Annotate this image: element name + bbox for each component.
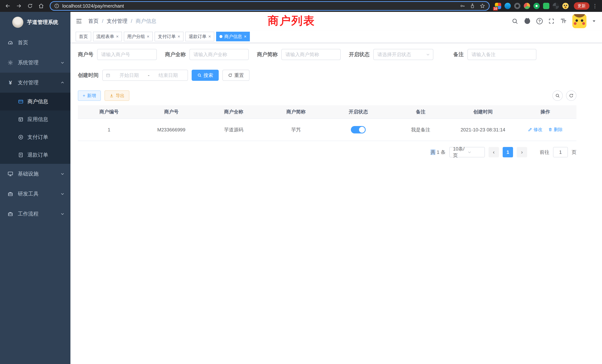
password-key-icon[interactable]	[460, 3, 465, 9]
active-tab-dot	[219, 35, 222, 38]
prev-page-button[interactable]: ‹	[489, 147, 499, 157]
col-merchant-id: 商户编号	[78, 105, 140, 119]
toggle-search-button[interactable]	[552, 90, 563, 101]
tab-merchant-info[interactable]: 商户信息 ×	[216, 32, 250, 41]
reset-button[interactable]: 重置	[222, 70, 249, 81]
filter-row-2: 创建时间 开始日期 - 结束日期	[78, 70, 576, 81]
status-select[interactable]: 请选择开启状态	[373, 49, 433, 60]
full-name-input[interactable]	[189, 49, 249, 60]
extension-icon-1[interactable]: 10	[495, 3, 501, 9]
chevron-down-icon	[426, 53, 430, 56]
sidebar-item-infrastructure[interactable]: 基础设施	[0, 164, 70, 184]
tab-pay-order[interactable]: 支付订单 ×	[155, 32, 183, 41]
tab-process-form[interactable]: 流程表单 ×	[93, 32, 122, 41]
close-icon[interactable]: ×	[147, 34, 149, 39]
breadcrumb-separator: /	[102, 18, 103, 24]
edit-link[interactable]: 修改	[528, 127, 542, 132]
browser-forward-button[interactable]	[14, 1, 24, 11]
pagination-total: 共 1 条	[430, 149, 446, 156]
merchant-no-input[interactable]	[97, 49, 157, 60]
end-date-input[interactable]: 结束日期	[152, 72, 185, 79]
export-button[interactable]: 导出	[105, 90, 129, 101]
goto-page-input[interactable]	[553, 147, 568, 157]
sidebar-item-pay-order[interactable]: 支付订单	[0, 128, 70, 146]
github-icon[interactable]	[524, 18, 531, 25]
sidebar-item-payment[interactable]: ¥ 支付管理	[0, 73, 70, 93]
font-size-icon[interactable]	[560, 18, 567, 24]
extension-icon-2[interactable]	[505, 3, 511, 9]
header-search-icon[interactable]	[512, 18, 518, 24]
close-icon[interactable]: ×	[178, 34, 180, 39]
merchant-no-label: 商户号	[78, 51, 93, 58]
sidebar-item-refund-order[interactable]: 退款订单	[0, 146, 70, 164]
share-icon[interactable]	[470, 3, 475, 9]
short-name-input[interactable]	[281, 49, 341, 60]
extension-icon-5[interactable]	[533, 3, 540, 9]
refresh-table-button[interactable]	[566, 90, 576, 101]
browser-back-button[interactable]	[3, 1, 13, 11]
address-bar[interactable]: localhost:1024/pay/merchant	[50, 1, 490, 11]
add-button[interactable]: + 新增	[78, 90, 101, 101]
search-icon	[555, 93, 560, 98]
status-toggle[interactable]	[351, 126, 366, 133]
fullscreen-icon[interactable]	[548, 18, 555, 24]
chevron-down-icon	[60, 212, 64, 216]
col-short-name: 商户简称	[265, 105, 327, 119]
close-icon[interactable]: ×	[244, 34, 247, 39]
user-avatar[interactable]	[572, 14, 586, 28]
browser-menu-icon[interactable]: ⋮	[591, 3, 599, 9]
reload-icon	[27, 3, 33, 9]
close-icon[interactable]: ×	[208, 34, 211, 39]
monitor-icon	[7, 171, 13, 177]
total-count: 1	[437, 149, 439, 155]
extension-icon-7[interactable]	[553, 3, 559, 9]
plus-icon: +	[83, 93, 85, 98]
sidebar-item-dev-tools[interactable]: 研发工具	[0, 184, 70, 204]
tab-refund-order[interactable]: 退款订单 ×	[185, 32, 214, 41]
page-1-button[interactable]: 1	[503, 147, 513, 157]
url-text[interactable]: localhost:1024/pay/merchant	[62, 3, 457, 9]
tab-user-group[interactable]: 用户分组 ×	[124, 32, 153, 41]
breadcrumb-home[interactable]: 首页	[88, 18, 99, 25]
refresh-icon	[228, 73, 232, 77]
col-status: 开启状态	[327, 105, 389, 119]
page-size-select[interactable]: 10条/页	[449, 147, 485, 157]
sidebar-toggle-icon[interactable]	[76, 18, 82, 24]
sidebar-item-app-info[interactable]: 应用信息	[0, 110, 70, 128]
sidebar-item-workflow[interactable]: 工作流程	[0, 204, 70, 224]
next-page-button[interactable]: ›	[517, 147, 527, 157]
profile-avatar-icon[interactable]	[562, 3, 569, 9]
extension-icon-4[interactable]	[524, 3, 530, 9]
bookmark-star-icon[interactable]	[480, 3, 485, 9]
gear-icon	[7, 60, 13, 66]
extension-icon-3[interactable]	[514, 3, 520, 9]
tab-label: 退款订单	[189, 33, 206, 40]
app-logo[interactable]: 芋道管理系统	[0, 12, 70, 33]
extension-icon-6[interactable]	[543, 3, 549, 9]
help-icon[interactable]: ?	[536, 18, 543, 24]
breadcrumb-payment[interactable]: 支付管理	[107, 18, 128, 25]
top-navbar: 首页 / 支付管理 / 商户信息 ?	[70, 12, 602, 30]
user-caret-down-icon[interactable]	[592, 19, 596, 23]
chevron-down-icon	[60, 172, 64, 176]
site-info-icon[interactable]	[54, 3, 59, 9]
close-icon[interactable]: ×	[116, 34, 119, 39]
screen: localhost:1024/pay/merchant 10 更新 ⋮	[0, 0, 602, 364]
sidebar-item-home[interactable]: 首页	[0, 33, 70, 53]
sidebar-item-label: 系统管理	[18, 59, 39, 66]
sidebar-item-label: 商户信息	[27, 98, 48, 105]
chevron-down-icon	[467, 150, 482, 154]
merchant-table: 商户编号 商户号 商户全称 商户简称 开启状态 备注 创建时间 操作	[78, 105, 576, 141]
remark-input[interactable]	[467, 49, 536, 60]
search-button[interactable]: 搜索	[192, 70, 219, 81]
browser-home-button[interactable]	[36, 1, 46, 11]
sidebar-item-merchant-info[interactable]: 商户信息	[0, 93, 70, 110]
tab-home[interactable]: 首页	[76, 32, 91, 41]
delete-link[interactable]: 删除	[548, 127, 562, 132]
browser-reload-button[interactable]	[25, 1, 35, 11]
chevron-down-icon	[60, 61, 64, 65]
sidebar-item-system[interactable]: 系统管理	[0, 53, 70, 73]
start-date-input[interactable]: 开始日期	[113, 72, 146, 79]
browser-update-button[interactable]: 更新	[574, 2, 589, 10]
create-time-range-picker[interactable]: 开始日期 - 结束日期	[102, 70, 188, 81]
